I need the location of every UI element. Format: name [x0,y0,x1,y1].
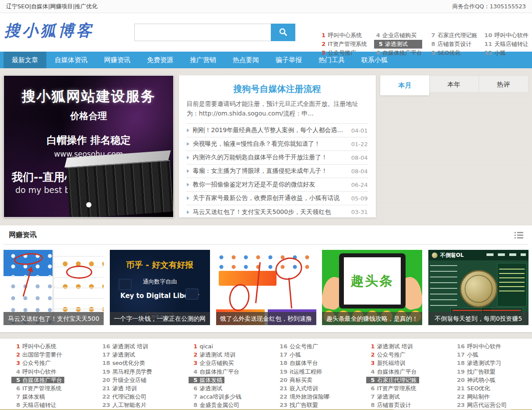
nav-item-scam-report[interactable]: 骗子举报 [267,52,310,68]
card-bihu[interactable]: 币乎 - 好文有好报 通向数字自由 Key to Digital Liberty… [110,250,210,325]
rank-item[interactable]: 16渗透测试 培训 [100,342,178,350]
rank-item[interactable]: 18渗透测试学习 [455,359,532,367]
rank-item[interactable]: 16呼叫中心软件 [455,342,532,350]
hot-link[interactable]: 11天猫店铺转让 [484,40,528,49]
hot-link[interactable]: 6自媒体推广平台 [374,49,422,57]
hot-link-highlighted[interactable]: 5渗透测试 [374,40,422,49]
card-budaoweng[interactable]: 不倒翁OL 不倒翁每天签到，每周0投资赚5 [428,250,528,325]
article-link[interactable]: 关于百家号最新公告，收费原创开通收益，小狐有话说 [193,194,347,202]
tab-this-month[interactable]: 本月 [380,75,429,95]
rank-item[interactable]: 2渗透测试 培训 [189,350,266,359]
rank-item[interactable]: 7acca培训多少钱 [189,392,266,401]
article-link[interactable]: 刚刚！2019年最经典愚人节整人案例，每个人都会遇到！ [193,126,347,134]
rank-item[interactable]: 4呼叫中心软件 [11,368,89,376]
rank-item[interactable]: 6IT资产管理系统 [11,384,89,392]
rank-item[interactable]: 20神武萌小狐 [455,376,532,384]
hot-link[interactable]: 8店铺首页设计 [429,40,477,49]
topbar: 辽宁SEO|自媒体|网赚项目|推广优化 商务合作QQ：1305155523 [0,0,532,13]
nav-item-free[interactable]: 免费资源 [139,52,182,68]
game-record-panel [497,263,527,307]
card-qutoutiao[interactable]: 趣头条 趣头条最全的赚钱攻略，是真的！ [322,250,422,325]
bihu-subtitle-en: Key to Digital Liberty [110,292,210,300]
rank-item[interactable]: 20升级企业店铺 [100,376,178,384]
rank-item[interactable]: 18自媒体平台 [277,359,355,367]
search-input[interactable] [134,24,271,41]
rank-item[interactable]: 1qicai [189,342,266,350]
article-link[interactable]: 教你一招偷偷鉴定对方还是不是你的微信好友 [193,181,347,189]
rank-item[interactable]: 7媒体发稿 [11,392,89,401]
rank-item[interactable]: 23找广告联盟 [277,401,355,409]
card-eleme[interactable]: 饿了么外卖送现金红包，秒到速撸 [216,250,316,325]
rank-item[interactable]: 17小狐 [277,350,355,359]
tab-hot-comments[interactable]: 热评 [479,75,528,93]
rank-item[interactable]: 21渗透 培训 [100,384,178,392]
article-link[interactable]: 马云又送红包了！支付宝天天5000步，天天领红包 [193,208,347,216]
hot-link[interactable]: 7石家庄代理记账 [429,31,477,40]
rank-item[interactable]: 3新托福培训 [366,359,444,367]
rank-item[interactable]: 1渗透测试 培训 [366,342,444,350]
rank-item[interactable]: 21嵌入式培训 [277,384,355,392]
rank-item[interactable]: 3企业店铺购买 [189,359,266,367]
rank-item[interactable]: 19找广告联盟 [455,368,532,376]
hot-link[interactable]: 1呼叫中心系统 [319,31,367,40]
featured-article-title[interactable]: 搜狗号自媒体注册流程 [187,83,368,95]
hot-link[interactable]: 10呼叫中心软件 [484,31,528,40]
nav-item-wangzhuan[interactable]: 网赚资讯 [96,52,139,68]
search-button[interactable] [271,24,295,41]
rank-item[interactable]: 17渗透测试 [100,350,178,359]
rank-item[interactable]: 18seo优化分类 [100,359,178,367]
nav-item-zimeiti[interactable]: 自媒体资讯 [46,52,96,68]
rank-item[interactable]: 2出国留学需要什 [11,350,89,359]
article-row: 内测许久的万能钥匙自媒体平台终于开放注册了！ 08-04 [187,151,368,165]
rank-item[interactable]: 8店铺首页设计 [366,401,444,409]
big-coin-illustration [460,270,497,308]
rank-item[interactable]: 7渗透测试 [366,392,444,401]
hot-link[interactable]: 3公众号推广 [319,49,367,57]
slider-dot-indicator[interactable] [86,202,91,207]
hot-link[interactable]: 12小狐 [484,49,528,57]
rank-item[interactable]: 8天猫店铺转让 [11,401,89,409]
rank-item[interactable]: 22境外旅游保险哪 [277,392,355,401]
nav-item-hotnews[interactable]: 热点要闻 [224,52,267,68]
rank-item[interactable]: 6渗透测试 [189,384,266,392]
rank-item[interactable]: 19it运维工程师 [277,368,355,376]
wangzhuan-section: 网赚资讯 马云又送红包了！支付宝天天500 币乎 - 好文有好报 通向数字自 [0,225,532,332]
card-alipay-redpacket[interactable]: 马云又送红包了！支付宝天天500 [4,250,104,325]
rank-item-highlighted[interactable]: 5自媒体推广平台 [11,376,89,384]
rank-item[interactable]: 21SEO优化 [455,384,532,392]
rank-item[interactable]: 19黑马程序员学费 [100,368,178,376]
tab-this-year[interactable]: 本年 [429,75,479,93]
hot-link[interactable]: 2IT资产管理系统 [319,40,367,49]
list-view-icon[interactable] [514,232,523,239]
header: 搜小狐博客 1呼叫中心系统 2IT资产管理系统 3公众号推广 4企业店铺购买 5… [0,13,532,52]
rank-item[interactable]: 4自媒体推广平台 [366,368,444,376]
rank-item[interactable]: 1呼叫中心系统 [11,342,89,350]
rank-item[interactable]: 23人工智能名片 [100,401,178,409]
rank-item[interactable]: 23网店代运营公司 [455,401,532,409]
nav-item-marketing[interactable]: 推广营销 [182,52,224,68]
nav-item-latest[interactable]: 最新文章 [4,52,46,68]
article-link[interactable]: 央视曝光，输液=慢性自杀？看完你就知道了！ [193,140,347,148]
rank-item-highlighted[interactable]: 5媒体发稿 [189,376,266,384]
hot-link[interactable]: 9SEO优化 [429,49,477,57]
arrow-icon [187,196,189,200]
rank-item[interactable]: 22代理记账公司 [100,392,178,401]
rank-item[interactable]: 16公众号推广 [277,342,355,350]
rank-item-highlighted[interactable]: 5石家庄代理记账 [366,376,444,384]
hero-slider[interactable]: 搜小狐网站建设服务 价格合理 白帽操作 排名稳定 www.seosohu.com… [4,75,174,217]
section-title: 网赚资讯 [9,231,37,240]
arrow-icon [187,142,189,146]
rank-item[interactable]: 6IT资产管理系统 [366,384,444,392]
rank-item[interactable]: 8金盛贵金属公司 [189,401,266,409]
article-link[interactable]: 毒瘤：女主播为了博眼球，直播侵犯未成年儿子！ [193,167,347,175]
hot-link[interactable]: 4企业店铺购买 [374,31,422,40]
rank-item[interactable]: 22网站制作 [455,392,532,401]
rank-item[interactable]: 4自媒体推广平台 [189,368,266,376]
rank-item[interactable]: 17小狐 [455,350,532,359]
card-caption: 饿了么外卖送现金红包，秒到速撸 [216,312,316,325]
article-link[interactable]: 内测许久的万能钥匙自媒体平台终于开放注册了！ [193,154,347,161]
site-logo[interactable]: 搜小狐博客 [4,20,94,42]
rank-item[interactable]: 20商标买卖 [277,376,355,384]
rank-item[interactable]: 2公众号推广 [366,350,444,359]
rank-item[interactable]: 3公众号推广 [11,359,89,367]
